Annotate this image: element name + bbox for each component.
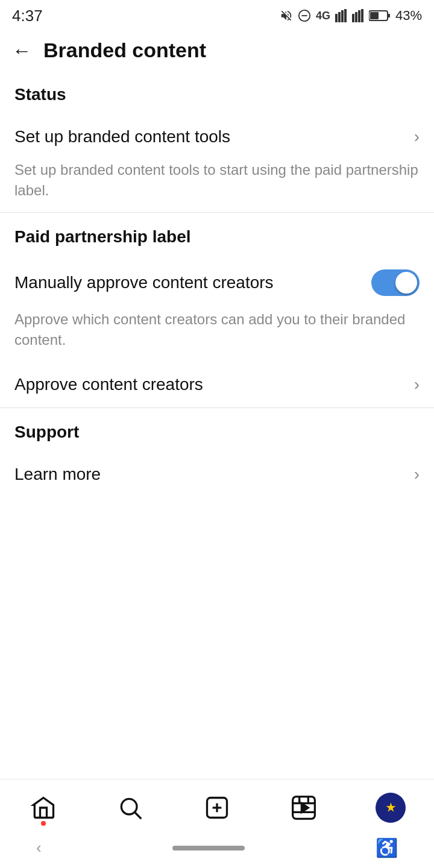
status-section: Status [0,71,434,104]
search-icon [115,792,146,823]
setup-branded-label: Set up branded content tools [14,127,230,146]
profile-avatar: ★ [376,793,406,823]
chevron-right-icon: › [414,127,420,146]
manually-approve-row: Manually approve content creators [0,256,434,309]
manually-approve-toggle[interactable] [371,269,420,296]
setup-branded-item[interactable]: Set up branded content tools › [0,114,434,160]
home-notification-dot [41,821,46,826]
status-bar: 4:37 4G 43% [0,0,434,30]
approve-creators-item[interactable]: Approve content creators › [0,362,434,407]
svg-point-13 [121,799,137,814]
bottom-nav: ★ ‹ ♿ [0,779,434,868]
status-section-title: Status [14,85,420,104]
learn-more-label: Learn more [14,465,101,484]
gesture-back-icon[interactable]: ‹ [36,838,42,857]
network-4g: 4G [316,10,330,22]
chevron-right-icon-2: › [414,375,420,394]
support-section-title: Support [14,423,420,442]
paid-partnership-title: Paid partnership label [14,227,420,247]
nav-profile[interactable]: ★ [375,792,406,823]
reels-icon [288,792,319,823]
paid-partnership-section: Paid partnership label [0,213,434,247]
learn-more-item[interactable]: Learn more › [0,451,434,497]
status-icons: 4G 43% [280,8,422,24]
chevron-right-icon-3: › [414,465,420,484]
svg-rect-9 [361,9,363,22]
nav-search[interactable] [115,792,146,823]
svg-rect-4 [341,10,344,22]
manually-approve-label: Manually approve content creators [14,273,371,292]
back-button[interactable]: ← [12,41,31,60]
approve-creators-label: Approve content creators [14,375,203,394]
svg-rect-11 [388,14,390,17]
gesture-bar: ‹ ♿ [0,834,434,868]
create-icon [201,792,233,823]
profile-icon: ★ [375,792,406,823]
svg-rect-7 [355,12,357,22]
battery-percent: 43% [395,8,422,24]
svg-line-14 [135,813,141,819]
page-header: ← Branded content [0,30,434,71]
gesture-pill[interactable] [172,846,245,851]
status-time: 4:37 [12,7,43,25]
battery-icon [369,10,391,22]
nav-items-container: ★ [0,779,434,834]
dnd-icon [298,9,311,22]
signal-icon-2 [352,9,364,22]
manually-approve-description: Approve which content creators can add y… [0,309,434,362]
nav-home[interactable] [28,792,59,823]
mute-icon [280,9,293,22]
nav-reels[interactable] [288,792,319,823]
svg-rect-3 [338,12,341,22]
svg-text:★: ★ [386,802,396,814]
svg-rect-5 [344,9,347,22]
home-icon [28,792,59,823]
setup-branded-description: Set up branded content tools to start us… [0,160,434,212]
signal-icon-1 [335,9,347,22]
svg-rect-8 [358,10,360,22]
svg-rect-6 [352,14,354,22]
svg-marker-19 [301,804,308,813]
nav-create[interactable] [201,792,233,823]
accessibility-icon[interactable]: ♿ [376,837,398,858]
page-title: Branded content [43,39,206,62]
support-section: Support [0,408,434,442]
svg-rect-2 [335,14,338,22]
svg-rect-12 [370,12,379,19]
